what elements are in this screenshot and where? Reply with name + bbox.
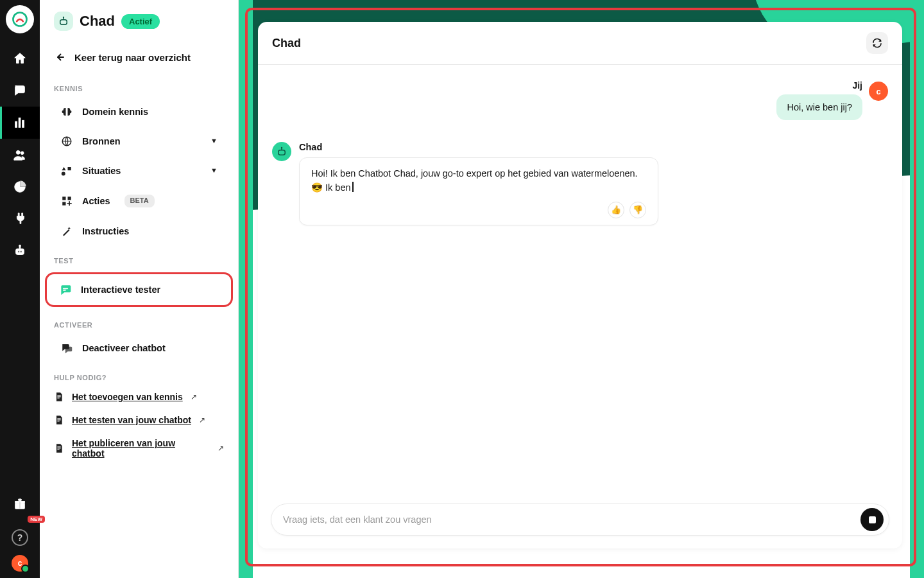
status-badge: Actief — [121, 14, 160, 29]
nav-situaties[interactable]: Situaties ▼ — [46, 157, 232, 185]
svg-point-8 — [20, 251, 22, 253]
external-link-icon: ↗ — [218, 444, 224, 453]
svg-rect-13 — [19, 501, 21, 509]
rail-users-icon[interactable] — [0, 139, 40, 171]
rail-avatar-initial: c — [18, 559, 22, 568]
stop-icon — [869, 516, 876, 523]
help-link-label: Het toevoegen van kennis — [72, 392, 183, 402]
help-link-kennis[interactable]: Het toevoegen van kennis ↗ — [40, 385, 238, 408]
bot-name-label: Chad — [299, 142, 658, 152]
svg-rect-19 — [62, 197, 65, 200]
brand-logo[interactable] — [6, 5, 34, 33]
help-link-label: Het publiceren van jouw chatbot — [72, 438, 210, 459]
rail-robot-icon[interactable] — [0, 235, 40, 267]
nav-label: Interactieve tester — [81, 284, 160, 295]
external-link-icon: ↗ — [199, 416, 205, 425]
chat-input-area — [258, 495, 902, 548]
doc-icon — [54, 392, 64, 402]
chevron-down-icon: ▼ — [210, 137, 218, 146]
chat-input-container — [271, 504, 889, 536]
chat-title: Chad — [272, 37, 301, 50]
rail-user-avatar[interactable]: c — [12, 555, 28, 572]
svg-rect-3 — [22, 120, 24, 127]
typing-cursor — [352, 182, 354, 192]
section-kennis: KENNIS — [40, 74, 238, 96]
rail-plug-icon[interactable] — [0, 203, 40, 235]
nav-instructies[interactable]: Instructies — [46, 217, 232, 245]
brain-icon — [60, 106, 73, 118]
svg-rect-1 — [15, 121, 17, 127]
svg-rect-32 — [57, 450, 59, 450]
rail-home-icon[interactable] — [0, 42, 40, 74]
svg-rect-14 — [60, 20, 67, 25]
section-hulp: HULP NODIG? — [40, 363, 238, 385]
svg-point-16 — [63, 17, 64, 18]
help-link-publiceren[interactable]: Het publiceren van jouw chatbot ↗ — [40, 432, 238, 465]
back-link-label: Keer terug naar overzicht — [74, 52, 191, 63]
nav-label: Domein kennis — [82, 106, 148, 118]
svg-rect-28 — [57, 420, 60, 421]
rail-chat-icon[interactable] — [0, 74, 40, 107]
nav-label: Instructies — [82, 225, 129, 237]
svg-rect-21 — [68, 197, 71, 200]
shapes-icon — [60, 165, 73, 177]
chat-input[interactable] — [283, 514, 860, 525]
svg-rect-31 — [57, 448, 60, 449]
help-link-testen[interactable]: Het testen van jouw chatbot ↗ — [40, 408, 238, 432]
help-link-label: Het testen van jouw chatbot — [72, 415, 191, 425]
svg-rect-22 — [63, 288, 68, 290]
svg-point-5 — [21, 152, 24, 155]
nav-interactieve-tester[interactable]: Interactieve tester — [45, 272, 233, 307]
nav-bronnen[interactable]: Bronnen ▼ — [46, 127, 232, 155]
svg-rect-26 — [57, 398, 59, 399]
svg-rect-29 — [57, 421, 59, 422]
nav-label: Acties — [82, 195, 110, 207]
section-test: TEST — [40, 247, 238, 268]
svg-point-35 — [281, 147, 282, 148]
bot-avatar-icon — [272, 142, 291, 161]
nav-acties[interactable]: Acties BETA — [46, 186, 232, 216]
svg-rect-20 — [62, 202, 65, 206]
wand-icon — [60, 225, 73, 237]
rail-help-icon[interactable]: ? — [12, 529, 28, 546]
chat-bubble-icon — [59, 283, 72, 296]
chats-icon — [60, 342, 73, 354]
bot-message-text: Hoi! Ik ben Chatbot Chad, jouw go-to exp… — [311, 168, 638, 193]
svg-point-10 — [19, 245, 21, 247]
user-message-bubble: Hoi, wie ben jij? — [776, 94, 862, 120]
arrow-left-icon — [54, 51, 65, 63]
svg-rect-30 — [57, 447, 60, 448]
chat-body: Jij Hoi, wie ben jij? c Chad Hoi! Ik b — [258, 65, 902, 495]
svg-point-4 — [16, 150, 20, 154]
side-panel: Chad Actief Keer terug naar overzicht KE… — [40, 0, 239, 578]
user-message-row: Jij Hoi, wie ben jij? c — [272, 80, 888, 120]
refresh-icon — [871, 37, 883, 49]
thumbs-up-button[interactable]: 👍 — [608, 202, 624, 218]
nav-domein-kennis[interactable]: Domein kennis — [46, 98, 232, 126]
back-to-overview-link[interactable]: Keer terug naar overzicht — [40, 40, 238, 74]
panel-header: Chad Actief — [40, 12, 238, 40]
grid-plus-icon — [60, 195, 73, 207]
thumbs-down-button[interactable]: 👎 — [629, 202, 646, 218]
nav-deactiveer[interactable]: Deactiveer chatbot — [46, 334, 232, 362]
refresh-button[interactable] — [866, 32, 888, 54]
user-avatar: c — [869, 82, 888, 101]
user-name-label: Jij — [776, 80, 862, 91]
rail-gift-icon[interactable] — [0, 488, 40, 520]
sources-icon — [60, 136, 73, 147]
external-link-icon: ↗ — [191, 392, 197, 401]
doc-icon — [54, 415, 64, 425]
nav-label: Deactiveer chatbot — [82, 342, 166, 354]
icon-rail: ? c — [0, 0, 40, 578]
rail-pie-icon[interactable] — [0, 171, 40, 203]
stop-button[interactable] — [860, 508, 884, 531]
svg-rect-27 — [57, 419, 60, 419]
nav-label: Bronnen — [82, 136, 121, 147]
svg-rect-24 — [57, 396, 60, 396]
svg-rect-23 — [63, 290, 66, 291]
doc-icon — [54, 443, 64, 453]
rail-analytics-icon[interactable] — [0, 107, 40, 139]
section-activeer: ACTIVEER — [40, 311, 238, 333]
bot-message-row: Chad Hoi! Ik ben Chatbot Chad, jouw go-t… — [272, 142, 888, 225]
chat-card: Chad Jij Hoi, wie ben jij? c — [258, 22, 902, 548]
